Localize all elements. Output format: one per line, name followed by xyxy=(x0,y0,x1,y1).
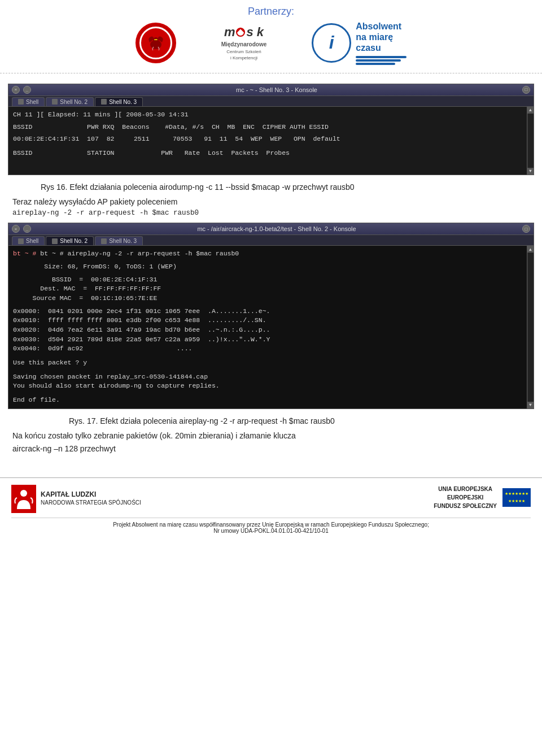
caption-block-2: Rys. 17. Efekt działa polecenia aireplay… xyxy=(8,415,534,455)
terminal-tab-shell2-2[interactable]: Shell No. 2 xyxy=(46,236,94,245)
svg-point-2 xyxy=(237,28,244,36)
terminal-tabs-2: Shell Shell No. 2 Shell No. 3 xyxy=(8,235,534,246)
terminal-max-btn-1[interactable]: □ xyxy=(522,86,530,94)
t2-hex5: 0x0040: 0d9f ac92 .... xyxy=(13,344,522,354)
scroll-track-1 xyxy=(528,114,534,168)
terminal-tab-shell-1[interactable]: Shell xyxy=(12,97,45,106)
scroll-up-1[interactable]: ▲ xyxy=(527,107,534,114)
svg-point-3 xyxy=(20,490,27,497)
terminal-close-btn-2[interactable]: × xyxy=(12,225,20,233)
footer: KAPITAŁ LUDZKI NARODOWA STRATEGIA SPÓJNO… xyxy=(0,477,542,538)
t2-dest: Dest. MAC = FF:FF:FF:FF:FF:FF xyxy=(13,284,522,294)
terminal-min-btn-1[interactable]: _ xyxy=(23,86,31,94)
scroll-track-2 xyxy=(528,253,534,401)
terminal-tab-shell-2[interactable]: Shell xyxy=(12,236,45,245)
scroll-down-1[interactable]: ▼ xyxy=(527,168,534,175)
footer-bottom: Projekt Absolwent na miarę czasu współfi… xyxy=(11,518,531,534)
red-eagle-logo xyxy=(136,23,176,63)
caption1-rys: Rys 16. xyxy=(41,183,67,192)
terminal-window-1: × _ mc - ~ - Shell No. 3 - Konsole □ She… xyxy=(8,84,534,175)
caption-block-1: Rys 16. Efekt działania polecenia airodu… xyxy=(8,181,534,218)
terminal-title-2: mc - /air/aircrack-ng-1.0-beta2/test - S… xyxy=(34,225,519,232)
footer-left-subtitle: NARODOWA STRATEGIA SPÓJNOŚCI xyxy=(41,498,141,507)
partners-label: Partnerzy: xyxy=(248,6,294,17)
footer-bottom-line1: Projekt Absolwent na miarę czasu współfi… xyxy=(11,522,531,528)
footer-right: UNIA EUROPEJSKA EUROPEJSKI FUNDUSZ SPOŁE… xyxy=(434,485,531,510)
text1-code: aireplay-ng -2 -r arp-request -h $mac ra… xyxy=(12,209,530,217)
absolwent-logo: i Absolwent na miarę czasu xyxy=(312,21,406,65)
t2-hex2: 0x0010: ffff ffff ffff 8001 e3db 2f00 c6… xyxy=(13,316,522,325)
terminal-body-2: bt ~ # bt ~ # aireplay-ng -2 -r arp-requ… xyxy=(8,246,527,408)
mcsk-logo: m s k Międzynarodowe Centrum Szkoleń i K… xyxy=(221,25,267,61)
t2-size: Size: 68, FromDS: 0, ToDS: 1 (WEP) xyxy=(13,262,522,272)
scroll-up-2[interactable]: ▲ xyxy=(527,246,534,253)
t2-eof: End of file. xyxy=(13,396,522,405)
terminal-scrollbar-2[interactable]: ▲ ▼ xyxy=(527,246,534,408)
footer-right-title2: EUROPEJSKI xyxy=(434,493,497,502)
terminal-data-row: 00:0E:2E:C4:1F:31 107 82 2511 70553 91 1… xyxy=(13,134,522,144)
t2-hex1: 0x0000: 0841 0201 000e 2ec4 1f31 001c 10… xyxy=(13,307,522,316)
t2-saving: Saving chosen packet in replay_src-0530-… xyxy=(13,372,522,382)
terminal-body-1: CH 11 ][ Elapsed: 11 mins ][ 2008-05-30 … xyxy=(8,107,527,175)
terminal-tabs-1: Shell Shell No. 2 Shell No. 3 xyxy=(8,96,534,107)
t2-also-start: You should also start airodump-ng to cap… xyxy=(13,381,522,391)
t2-src: Source MAC = 00:1C:10:65:7E:EE xyxy=(13,294,522,303)
footer-right-title1: UNIA EUROPEJSKA xyxy=(434,485,497,493)
t2-hex3: 0x0020: 04d6 7ea2 6e11 3a91 47a9 19ac bd… xyxy=(13,325,522,335)
t2-bssid: BSSID = 00:0E:2E:C4:1F:31 xyxy=(13,275,522,285)
terminal-tab-shell2-1[interactable]: Shell No. 2 xyxy=(46,97,94,106)
scroll-down-2[interactable]: ▼ xyxy=(527,402,534,409)
terminal-window-2: × _ mc - /air/aircrack-ng-1.0-beta2/test… xyxy=(8,223,534,409)
terminal-header-row: BSSID PWR RXQ Beacons #Data, #/s CH MB E… xyxy=(13,123,522,132)
caption2-text: Efekt działa polecenia aireplay-ng -2 -r… xyxy=(100,416,335,425)
caption1-text: Efekt działania polecenia airodump-ng -c… xyxy=(69,183,354,192)
terminal-tab-shell3-2[interactable]: Shell No. 3 xyxy=(95,236,143,245)
text1-line1: Teraz należy wysyłaćdo AP pakiety polece… xyxy=(12,195,530,208)
terminal-tab-shell3-1[interactable]: Shell No. 3 xyxy=(95,97,143,106)
t2-use-packet: Use this packet ? y xyxy=(13,358,522,368)
terminal-min-btn-2[interactable]: _ xyxy=(23,225,31,233)
terminal-prompt: bt ~ # bt ~ # aireplay-ng -2 -r arp-requ… xyxy=(13,249,522,259)
eu-flag: ★★★★★★ ★★★★★★ xyxy=(502,488,531,507)
footer-bottom-line2: Nr umowy UDA-POKL.04.01.01-00-421/10-01 xyxy=(11,528,531,534)
terminal-line-ch: CH 11 ][ Elapsed: 11 mins ][ 2008-05-30 … xyxy=(13,110,522,120)
footer-left-title: KAPITAŁ LUDZKI xyxy=(41,490,141,498)
text2-line1: Na końcu zostało tylko zebranie pakietów… xyxy=(12,429,530,442)
footer-left: KAPITAŁ LUDZKI NARODOWA STRATEGIA SPÓJNO… xyxy=(11,485,141,513)
t2-hex4: 0x0030: d504 2921 789d 818e 22a5 0e57 c2… xyxy=(13,335,522,345)
terminal-close-btn-1[interactable]: × xyxy=(12,86,20,94)
caption2-rys: Rys. 17. xyxy=(69,416,98,425)
footer-right-title3: FUNDUSZ SPOŁECZNY xyxy=(434,502,497,510)
terminal-title-1: mc - ~ - Shell No. 3 - Konsole xyxy=(34,86,519,93)
text2-line2: aircrack-ng –n 128 przechwyt xyxy=(12,442,530,455)
terminal-scrollbar-1[interactable]: ▲ ▼ xyxy=(527,107,534,175)
terminal-max-btn-2[interactable]: □ xyxy=(522,225,530,233)
terminal-station-header: BSSID STATION PWR Rate Lost Packets Prob… xyxy=(13,149,522,158)
